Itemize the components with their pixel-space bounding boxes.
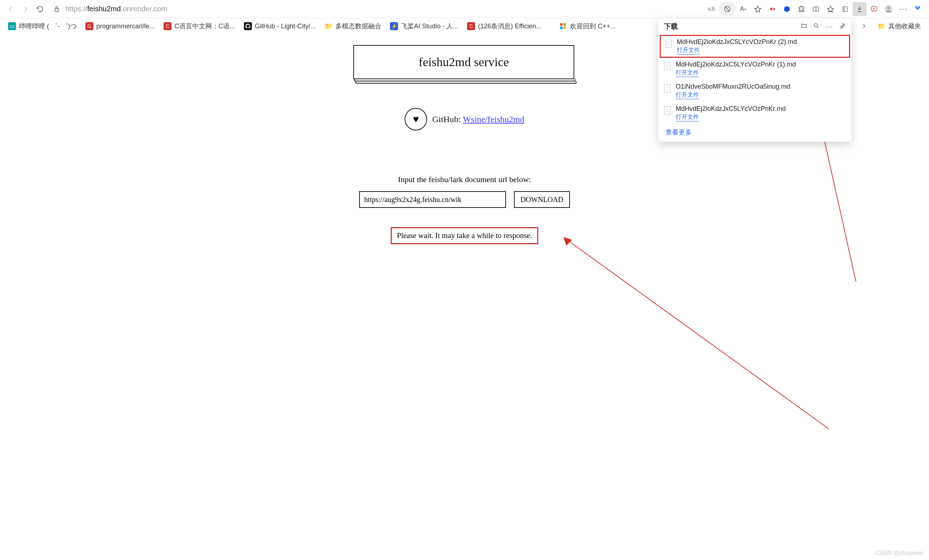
svg-point-4 xyxy=(874,8,874,9)
read-aloud-icon[interactable]: A» xyxy=(736,2,750,16)
download-filename: MdHvdEj2ioKdzJxC5LYcVOzPnKr.md xyxy=(676,105,786,113)
pin-icon[interactable] xyxy=(839,23,846,31)
svg-rect-0 xyxy=(55,9,58,11)
paddle-icon: ⚡ xyxy=(390,22,398,30)
bookmark-item[interactable]: C(126条消息) Efficien... xyxy=(463,20,545,32)
bookmarks-overflow-icon[interactable] xyxy=(857,19,871,33)
announce-icon[interactable] xyxy=(765,2,779,16)
download-item[interactable]: O1iNdveSboMFMuxn2RUcOa5inug.md 打开文件 xyxy=(658,80,852,102)
bookmark-item[interactable]: CC语言中文网：C语... xyxy=(160,20,239,32)
download-filename: MdHvdEj2ioKdzJxC5LYcVOzPnKr (2).md xyxy=(677,38,797,46)
file-icon xyxy=(664,62,671,70)
bookmark-item[interactable]: ⚡飞桨AI Studio - 人... xyxy=(386,20,462,32)
translate-icon[interactable]: aあ xyxy=(705,2,718,16)
download-filename: O1iNdveSboMFMuxn2RUcOa5inug.md xyxy=(676,83,790,90)
see-more-link[interactable]: 查看更多 xyxy=(658,124,852,140)
split-screen-icon[interactable] xyxy=(809,2,823,16)
favorite-star-icon[interactable] xyxy=(751,2,765,16)
nav-bar: https://feishu2md.onrender.com aあ A» xyxy=(0,0,929,18)
profile-icon[interactable] xyxy=(882,2,895,16)
url-prompt: Input the feishu/lark document url below… xyxy=(398,175,531,184)
github-row: ♥ GitHub: Wsine/feishu2md xyxy=(405,108,524,130)
c-icon: C xyxy=(164,22,172,30)
copilot-icon[interactable] xyxy=(911,2,924,16)
other-favorites[interactable]: 📁 其他收藏夹 xyxy=(874,20,924,32)
refresh-button[interactable] xyxy=(34,3,46,15)
page-title: feishu2md service xyxy=(353,45,574,79)
ms-icon xyxy=(559,22,567,30)
file-icon xyxy=(664,107,671,115)
wait-message: Please wait. It may take a while to resp… xyxy=(391,227,538,244)
bookmark-item[interactable]: 欢迎回到 C++... xyxy=(555,20,619,32)
url-input[interactable] xyxy=(359,191,506,208)
downloads-panel: 下载 ··· MdHvdEj2ioKdzJxC5LYcVOzPnKr (2).m… xyxy=(658,18,852,142)
bili-icon: ▭ xyxy=(8,22,16,30)
folder-icon: 📁 xyxy=(877,22,885,30)
bookmark-item[interactable]: 🗎 xyxy=(547,25,554,28)
open-file-link[interactable]: 打开文件 xyxy=(676,113,699,121)
open-folder-icon[interactable] xyxy=(801,23,807,31)
svg-point-6 xyxy=(887,6,890,9)
file-icon xyxy=(665,40,671,47)
github-icon xyxy=(244,22,252,30)
download-button[interactable]: DOWNLOAD xyxy=(514,191,570,208)
svg-rect-9 xyxy=(560,26,563,29)
heart-icon[interactable]: ♥ xyxy=(405,108,427,130)
svg-rect-3 xyxy=(843,6,847,11)
performance-icon[interactable] xyxy=(867,2,881,16)
svg-point-11 xyxy=(814,24,817,27)
rubik-icon[interactable] xyxy=(780,2,794,16)
g-icon: G xyxy=(86,22,94,30)
address-bar[interactable]: https://feishu2md.onrender.com xyxy=(51,3,701,15)
bookmark-item[interactable]: 📁多模态数据融合 xyxy=(321,20,385,32)
svg-rect-10 xyxy=(563,26,566,29)
forward-button xyxy=(19,3,32,15)
favorites-icon[interactable] xyxy=(823,2,837,16)
downloads-title: 下载 xyxy=(664,22,678,31)
open-file-link[interactable]: 打开文件 xyxy=(676,69,699,77)
lock-icon xyxy=(51,3,63,15)
open-file-link[interactable]: 打开文件 xyxy=(676,91,699,99)
form-row: DOWNLOAD xyxy=(359,191,570,208)
open-file-link[interactable]: 打开文件 xyxy=(677,46,700,55)
download-item[interactable]: MdHvdEj2ioKdzJxC5LYcVOzPnKr.md 打开文件 xyxy=(658,102,852,124)
c-icon: C xyxy=(467,22,475,30)
hero: feishu2md service xyxy=(353,45,576,85)
more-icon[interactable]: ··· xyxy=(896,2,910,16)
svg-rect-7 xyxy=(560,23,563,26)
github-label: GitHub: xyxy=(432,115,461,124)
file-icon xyxy=(664,84,671,92)
url-text: https://feishu2md.onrender.com xyxy=(63,3,701,15)
svg-rect-8 xyxy=(563,23,566,26)
collections-icon[interactable] xyxy=(838,2,852,16)
back-button xyxy=(5,3,17,15)
download-item[interactable]: MdHvdEj2ioKdzJxC5LYcVOzPnKr (1).md 打开文件 xyxy=(658,58,852,80)
tracking-prevention-icon[interactable] xyxy=(719,2,736,16)
downloads-button[interactable] xyxy=(853,2,866,16)
extensions-icon[interactable] xyxy=(794,2,808,16)
github-link[interactable]: Wsine/feishu2md xyxy=(463,115,524,124)
download-item[interactable]: MdHvdEj2ioKdzJxC5LYcVOzPnKr (2).md 打开文件 xyxy=(660,35,850,58)
watermark: CSDN @shopeeai xyxy=(875,550,923,556)
download-filename: MdHvdEj2ioKdzJxC5LYcVOzPnKr (1).md xyxy=(676,61,796,68)
bookmark-item[interactable]: ▭哔哩哔哩 ( ゜- ゜)つ xyxy=(5,20,80,32)
more-icon[interactable]: ··· xyxy=(825,23,833,31)
bookmark-item[interactable]: Gprogrammercarl/le... xyxy=(82,21,158,32)
search-icon[interactable] xyxy=(813,23,820,31)
bookmark-item[interactable]: GitHub - Light-City/... xyxy=(240,21,319,32)
folder-icon: 📁 xyxy=(325,22,333,30)
